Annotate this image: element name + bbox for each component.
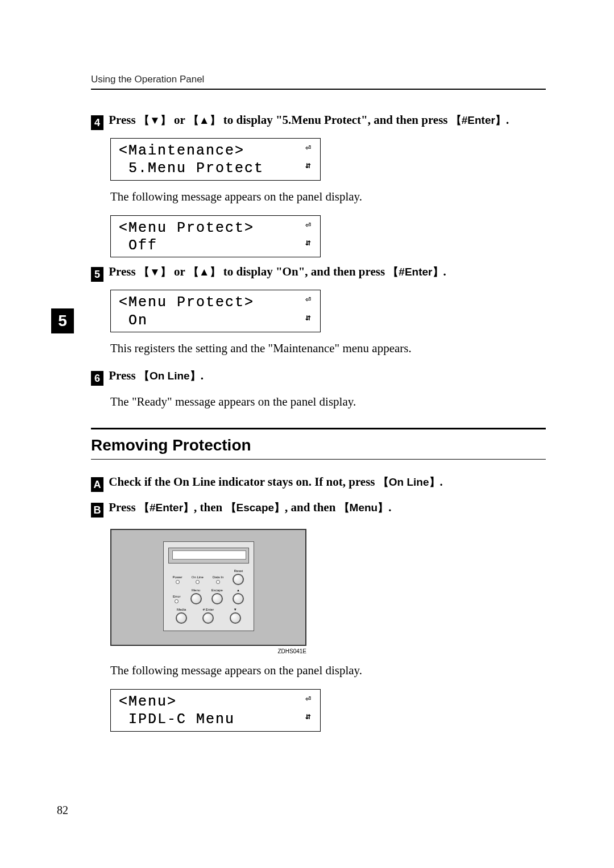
step5-end: . [443,265,446,278]
lcd-display-B: <Menu>⏎ IPDL-C Menu⇵ [110,689,546,732]
stepB-pre: Press [109,500,139,514]
step-4: 4 Press ▼ or ▲ to display "5.Menu Protec… [91,111,546,130]
chapter-tab: 5 [51,308,74,333]
step4-body: The following message appears on the pan… [110,189,546,205]
step6-text1: Press [109,369,139,382]
media-button[interactable] [176,612,187,624]
step-number-5: 5 [91,267,103,282]
power-led [176,580,180,584]
page-header: Using the Operation Panel [91,74,546,90]
lcd-5-line1: <Menu Protect> [119,294,254,311]
updown-icon: ⇵ [305,237,312,249]
stepA-end: . [440,475,443,489]
step4-or: or [171,113,188,127]
updown-icon: ⇵ [305,312,312,324]
stepA-text1: Check if the On Line indicator stays on.… [109,475,378,489]
up-button[interactable] [233,593,244,604]
down-button[interactable] [230,612,241,624]
media-label: Media [176,608,187,611]
up-label: ▲ [233,589,244,592]
datain-label: Data In [213,575,223,579]
lcd-display-4b: <Menu Protect>⏎ Off⇵ [110,215,546,258]
up-key: ▲ [188,114,221,126]
section-removing-protection: Removing Protection [91,428,546,460]
enter-button[interactable] [202,612,214,624]
updown-icon: ⇵ [305,160,312,172]
step5-body: This registers the setting and the "Main… [110,340,546,357]
escape-button[interactable] [211,593,223,604]
online-led [196,580,200,584]
stepB-body: The following message appears on the pan… [110,662,546,679]
menu-label: Menu [190,589,202,592]
error-led [175,599,179,603]
lcd-display-4a: <Maintenance>⏎ 5.Menu Protect⇵ [110,138,546,181]
step4-text1: Press [109,113,139,127]
stepB-c2: , and then [285,500,339,514]
error-label: Error [173,595,180,598]
power-label: Power [173,575,182,579]
online-label: On Line [192,575,204,579]
reset-button[interactable] [233,574,244,585]
stepB-end: . [388,500,391,514]
menu-button[interactable] [190,593,202,604]
enter-label: # Enter [202,608,214,611]
return-icon: ⏎ [305,294,312,306]
escape-label: Escape [211,589,223,592]
stepB-c1: , then [194,500,225,514]
operation-panel-figure: Power On Line Data In Reset Error Menu E… [110,529,306,654]
reset-label: Reset [233,569,244,573]
lcd-B-line2: IPDL-C Menu [119,711,235,728]
lcd-display-5: <Menu Protect>⏎ On⇵ [110,290,546,332]
step6-body: The "Ready" message appears on the panel… [110,394,546,410]
down-key: ▼ [139,266,171,278]
down-label: ▼ [230,608,241,611]
enter-key: #Enter [139,502,194,514]
step-6: 6 Press On Line. [91,367,546,386]
lcd-4b-line1: <Menu Protect> [119,220,254,236]
figure-id: ZDHS041E [110,648,306,654]
page-number: 82 [57,804,68,817]
escape-key: Escape [226,502,285,514]
lcd-4a-line2: 5.Menu Protect [119,160,264,177]
down-key: ▼ [139,114,171,126]
step5-or: or [171,265,188,278]
step-letter-B: B [91,503,103,518]
up-key: ▲ [188,266,221,278]
step4-end: . [506,113,509,127]
step5-mid: to display "On", and then press [221,265,388,278]
step-number-4: 4 [91,115,103,130]
online-key: On Line [139,370,201,382]
lcd-B-line1: <Menu> [119,694,177,710]
step6-end: . [201,369,204,382]
page-content: Using the Operation Panel 4 Press ▼ or ▲… [0,0,614,732]
enter-key: #Enter [451,114,506,126]
lcd-4a-line1: <Maintenance> [119,143,244,159]
lcd-5-line2: On [119,312,148,329]
menu-key: Menu [339,502,389,514]
lcd-4b-line2: Off [119,237,157,254]
online-key: On Line [378,476,440,488]
enter-key: #Enter [388,266,443,278]
step-B: B Press #Enter, then Escape, and then Me… [91,499,546,518]
return-icon: ⏎ [305,693,312,706]
datain-led [216,580,220,584]
updown-icon: ⇵ [305,711,312,723]
panel-lcd [168,548,249,564]
return-icon: ⏎ [305,219,312,232]
step5-text1: Press [109,265,139,278]
step-letter-A: A [91,477,103,492]
step-number-6: 6 [91,371,103,386]
step-A: A Check if the On Line indicator stays o… [91,473,546,492]
step4-mid: to display "5.Menu Protect", and then pr… [221,113,451,127]
step-5: 5 Press ▼ or ▲ to display "On", and then… [91,263,546,282]
return-icon: ⏎ [305,142,312,155]
